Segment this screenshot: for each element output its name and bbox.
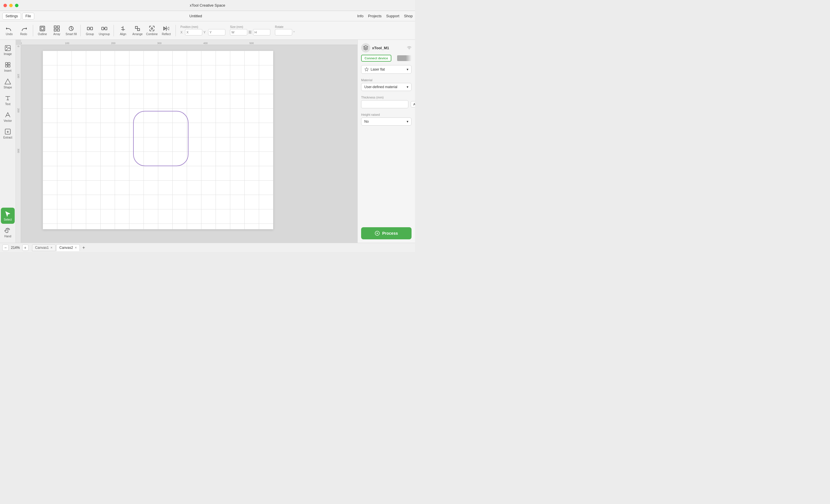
reflect-label: Reflect [162,33,170,36]
device-section: xTool_M1 Connect device [361,43,412,62]
laser-type-dropdown[interactable]: Laser flat ▾ [361,65,412,74]
settings-menu[interactable]: Settings [2,13,21,20]
svg-marker-27 [377,232,378,234]
rotate-label: Rotate [275,25,294,29]
minimize-button[interactable] [9,4,13,7]
outline-label: Outline [38,33,47,36]
canvas1-close[interactable]: × [51,246,53,250]
laser-type-section: Laser flat ▾ [361,65,412,74]
ruler-mark-300: 300 [157,42,161,45]
close-button[interactable] [3,4,7,7]
thickness-row: Auto-measure [361,100,412,108]
insert-label: Insert [4,69,11,72]
x-input[interactable] [185,29,202,35]
rotate-input[interactable] [275,29,292,35]
align-label: Align [120,33,126,36]
group-button[interactable]: Group [83,23,97,38]
thickness-input[interactable] [361,100,408,108]
svg-rect-5 [57,29,59,31]
svg-rect-1 [41,27,43,30]
ruler-mark-200: 200 [111,42,115,45]
y-input[interactable] [208,29,225,35]
canvas-viewport[interactable] [21,45,357,243]
group-tools: Group Ungroup [83,23,111,38]
h-input[interactable] [253,29,270,35]
extract-label: Extract [3,136,12,139]
nav-info[interactable]: Info [357,14,363,18]
material-dropdown[interactable]: User-defined material ▾ [361,83,412,91]
nav-support[interactable]: Support [386,14,400,18]
nav-projects[interactable]: Projects [368,14,382,18]
image-label: Image [4,53,12,56]
svg-rect-3 [57,26,59,28]
right-sidebar: xTool_M1 Connect device [357,40,415,243]
maximize-button[interactable] [15,4,19,7]
svg-rect-24 [133,111,188,166]
add-tab-button[interactable]: + [81,244,87,251]
svg-rect-7 [87,27,89,30]
bottom-bar: − 214% + Canvas1 × Canvas2 × + [0,243,415,252]
titlebar: xTool Creative Space [0,0,415,11]
svg-point-17 [6,47,7,47]
process-button[interactable]: Process [361,227,412,239]
y-label: Y [203,31,207,34]
thickness-label: Thickness (mm) [361,96,412,99]
sidebar-tool-text[interactable]: Text [1,92,15,108]
zoom-out-button[interactable]: − [2,244,9,251]
material-section: Material User-defined material ▾ [361,77,412,91]
position-group: Position (mm) X Y Size (mm) ⛓ Rotate [181,25,294,35]
sidebar-tool-hand[interactable]: Hand [1,224,15,240]
svg-marker-22 [5,79,11,84]
arrange-button[interactable]: Arrange [131,23,145,38]
zoom-plus-icon: + [24,245,27,250]
align-button[interactable]: Align [116,23,130,38]
menubar-left: Settings File [2,13,34,20]
sidebar-tool-image[interactable]: Image [1,42,15,58]
size-label: Size (mm) [230,25,270,29]
sidebar-tool-insert[interactable]: Insert [1,59,15,75]
smart-fill-button[interactable]: Smart fill [64,23,78,38]
w-input[interactable] [230,29,247,35]
position-label: Position (mm) [181,25,225,29]
svg-rect-18 [5,63,7,65]
sidebar-tool-shape[interactable]: Shape [1,75,15,92]
canvas-shape[interactable] [132,110,190,167]
nav-shop[interactable]: Shop [404,14,413,18]
undo-label: Undo [6,33,13,36]
svg-rect-11 [135,26,137,28]
zoom-in-button[interactable]: + [22,244,29,251]
ungroup-button[interactable]: Ungroup [97,23,111,38]
svg-rect-20 [5,65,7,67]
auto-measure-button[interactable]: Auto-measure [411,101,415,107]
menubar-right: Info Projects Support Shop [357,14,413,18]
laser-type-value: Laser flat [371,67,385,71]
sidebar-tool-extract[interactable]: Extract [1,126,15,142]
canvas-paper [43,51,273,229]
connect-device-button[interactable]: Connect device [361,55,391,62]
outline-button[interactable]: Outline [35,23,49,38]
height-raised-section: Height raised No ▾ [361,112,412,126]
canvas2-close[interactable]: × [75,246,77,250]
canvas-area: 0 100 200 300 400 500 0 100 200 300 [16,40,357,243]
vector-label: Vector [4,119,12,123]
material-label: Material [361,78,412,82]
tab-canvas2[interactable]: Canvas2 × [56,244,80,251]
shape-label: Shape [4,86,12,89]
canvas1-label: Canvas1 [35,246,49,250]
svg-rect-12 [137,29,139,31]
redo-button[interactable]: Redo [17,23,31,38]
smart-fill-label: Smart fill [66,33,77,36]
height-raised-dropdown[interactable]: No ▾ [361,117,412,126]
svg-rect-19 [8,63,10,65]
sidebar-tool-vector[interactable]: Vector [1,109,15,125]
svg-rect-0 [40,26,45,31]
sidebar-tool-select[interactable]: Select [1,208,15,224]
undo-button[interactable]: Undo [2,23,16,38]
file-menu[interactable]: File [22,13,34,20]
array-button[interactable]: Array [50,23,64,38]
ruler-left: 0 100 200 300 [16,45,21,243]
ruler-v-100: 100 [17,74,20,78]
tab-canvas1[interactable]: Canvas1 × [32,244,56,251]
combine-button[interactable]: Combine [145,23,159,38]
reflect-button[interactable]: Reflect [159,23,173,38]
